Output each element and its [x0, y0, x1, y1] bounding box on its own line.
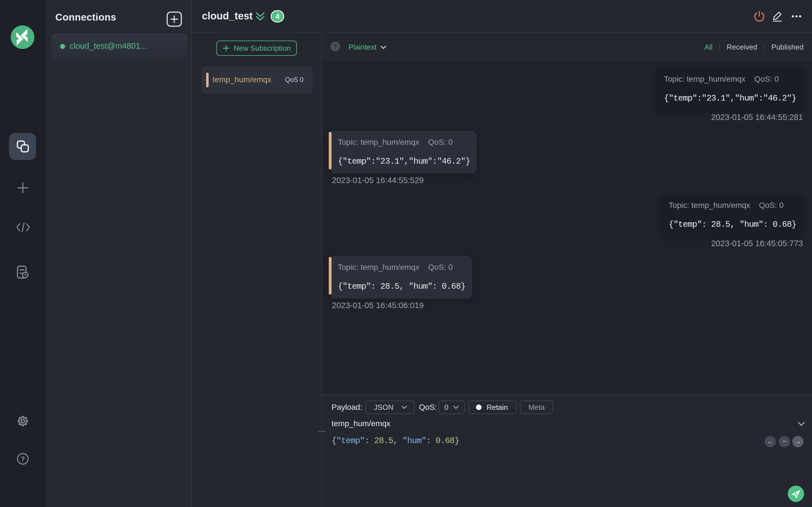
svg-text:?: ? [21, 455, 25, 463]
